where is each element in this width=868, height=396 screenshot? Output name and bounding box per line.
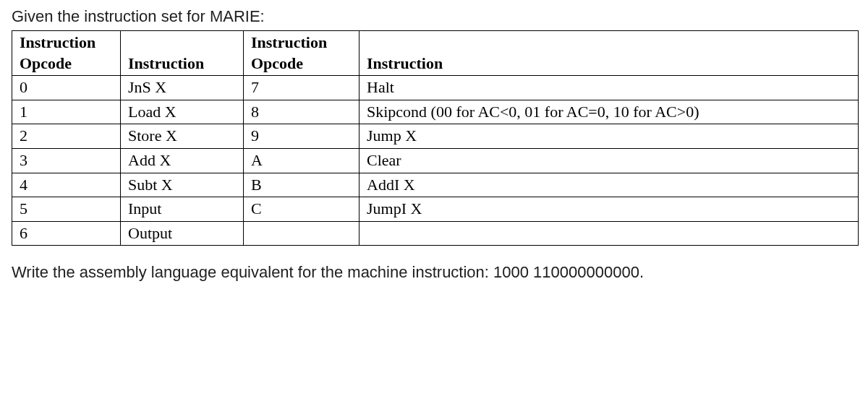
header-opcode2-line2: Opcode xyxy=(251,54,303,72)
cell-ins2 xyxy=(359,221,859,246)
header-opcode-2: Instruction Opcode xyxy=(244,31,359,76)
cell-ins2: AddI X xyxy=(359,173,859,197)
cell-op1: 1 xyxy=(12,100,121,124)
cell-ins2: Skipcond (00 for AC<0, 01 for AC=0, 10 f… xyxy=(359,100,859,124)
table-row: 3 Add X A Clear xyxy=(12,148,859,173)
cell-ins1: Subt X xyxy=(121,173,244,197)
instruction-set-table: Instruction Opcode Instruction Instructi… xyxy=(12,30,859,246)
cell-ins1: Load X xyxy=(121,100,244,124)
table-row: 2 Store X 9 Jump X xyxy=(12,124,859,149)
cell-op2: 8 xyxy=(244,100,359,124)
table-row: 1 Load X 8 Skipcond (00 for AC<0, 01 for… xyxy=(12,100,859,124)
cell-op2 xyxy=(244,221,359,246)
header-opcode-line1: Instruction xyxy=(20,33,95,51)
cell-op1: 5 xyxy=(12,197,121,222)
header-opcode2-line1: Instruction xyxy=(251,33,327,51)
cell-ins2: JumpI X xyxy=(359,197,859,222)
table-row: 5 Input C JumpI X xyxy=(12,197,859,222)
cell-ins1: Store X xyxy=(121,124,244,149)
cell-ins1: Add X xyxy=(121,148,244,173)
cell-op2: 7 xyxy=(244,76,359,100)
header-instruction-1: Instruction xyxy=(121,31,244,76)
cell-ins2: Jump X xyxy=(359,124,859,149)
question-text: Write the assembly language equivalent f… xyxy=(12,262,663,283)
cell-op1: 2 xyxy=(12,124,121,149)
intro-text: Given the instruction set for MARIE: xyxy=(12,7,856,26)
header-instruction-2: Instruction xyxy=(359,31,859,76)
table-row: 6 Output xyxy=(12,221,859,246)
cell-op2: B xyxy=(244,173,359,197)
table-row: 0 JnS X 7 Halt xyxy=(12,76,859,100)
cell-op2: C xyxy=(244,197,359,222)
cell-op1: 0 xyxy=(12,76,121,100)
cell-ins2: Clear xyxy=(359,148,859,173)
cell-ins2: Halt xyxy=(359,76,859,100)
header-opcode-1: Instruction Opcode xyxy=(12,31,121,76)
cell-op1: 6 xyxy=(12,221,121,246)
table-row: 4 Subt X B AddI X xyxy=(12,173,859,197)
cell-ins1: JnS X xyxy=(121,76,244,100)
cell-ins1: Output xyxy=(121,221,244,246)
table-header-row: Instruction Opcode Instruction Instructi… xyxy=(12,31,859,76)
cell-op2: A xyxy=(244,148,359,173)
cell-op2: 9 xyxy=(244,124,359,149)
cell-op1: 4 xyxy=(12,173,121,197)
cell-op1: 3 xyxy=(12,148,121,173)
header-opcode-line2: Opcode xyxy=(20,54,72,72)
cell-ins1: Input xyxy=(121,197,244,222)
